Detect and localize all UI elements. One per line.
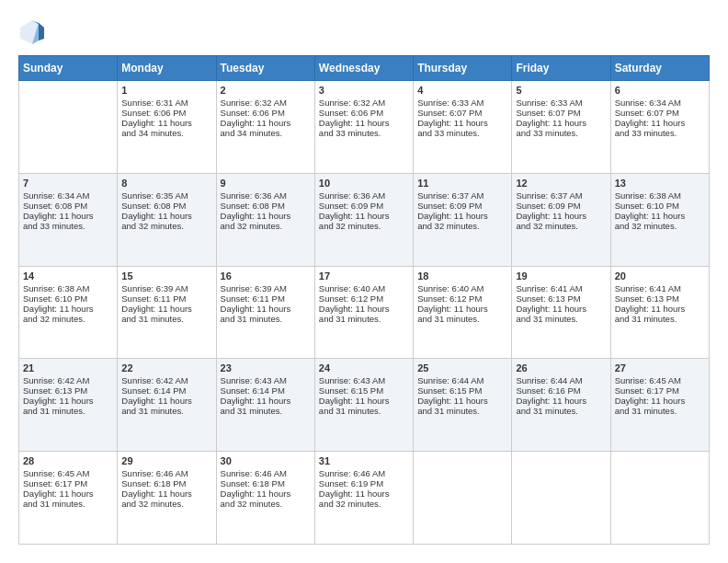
day-info-line: Daylight: 11 hours bbox=[319, 396, 409, 406]
day-info-line: Sunrise: 6:44 AM bbox=[516, 375, 606, 385]
day-info-line: Daylight: 11 hours bbox=[221, 396, 311, 406]
calendar-cell bbox=[610, 452, 709, 545]
day-info-line: Sunrise: 6:42 AM bbox=[121, 375, 211, 385]
calendar-cell: 17Sunrise: 6:40 AMSunset: 6:12 PMDayligh… bbox=[314, 266, 413, 359]
day-number: 2 bbox=[221, 85, 311, 96]
day-info-line: and 32 minutes. bbox=[319, 221, 409, 231]
day-info-line: Daylight: 11 hours bbox=[319, 304, 409, 314]
day-number: 27 bbox=[615, 362, 705, 373]
day-info-line: Daylight: 11 hours bbox=[221, 304, 311, 314]
day-info-line: Sunrise: 6:33 AM bbox=[516, 98, 606, 108]
day-number: 19 bbox=[516, 270, 606, 282]
calendar-cell: 26Sunrise: 6:44 AMSunset: 6:16 PMDayligh… bbox=[512, 359, 610, 452]
day-info-line: Daylight: 11 hours bbox=[121, 118, 211, 128]
day-number: 24 bbox=[319, 362, 409, 373]
day-info-line: Sunset: 6:13 PM bbox=[615, 293, 705, 304]
header bbox=[18, 18, 710, 46]
day-info-line: and 31 minutes. bbox=[121, 406, 211, 416]
day-number: 11 bbox=[417, 178, 507, 189]
day-info-line: Daylight: 11 hours bbox=[615, 211, 705, 221]
day-info-line: Sunrise: 6:43 AM bbox=[319, 375, 409, 385]
day-info-line: Daylight: 11 hours bbox=[417, 211, 507, 221]
day-info-line: Sunset: 6:06 PM bbox=[121, 108, 211, 118]
day-info-line: and 31 minutes. bbox=[516, 406, 606, 416]
day-number: 4 bbox=[417, 85, 507, 96]
calendar-cell: 25Sunrise: 6:44 AMSunset: 6:15 PMDayligh… bbox=[414, 359, 512, 452]
calendar-day-header: Tuesday bbox=[216, 56, 314, 81]
day-info-line: and 31 minutes. bbox=[319, 406, 409, 416]
calendar-header-row: SundayMondayTuesdayWednesdayThursdayFrid… bbox=[19, 56, 710, 81]
day-info-line: and 32 minutes. bbox=[516, 221, 606, 231]
day-info-line: Sunrise: 6:42 AM bbox=[23, 375, 113, 385]
day-info-line: Daylight: 11 hours bbox=[121, 211, 211, 221]
day-info-line: and 34 minutes. bbox=[121, 128, 211, 138]
calendar-week-row: 28Sunrise: 6:45 AMSunset: 6:17 PMDayligh… bbox=[19, 452, 710, 545]
day-info-line: Sunset: 6:08 PM bbox=[23, 201, 113, 211]
day-info-line: Sunset: 6:07 PM bbox=[417, 108, 507, 118]
day-info-line: Sunset: 6:17 PM bbox=[23, 478, 113, 488]
logo bbox=[18, 18, 48, 46]
day-number: 29 bbox=[121, 455, 211, 466]
day-info-line: and 32 minutes. bbox=[319, 499, 409, 509]
calendar-week-row: 7Sunrise: 6:34 AMSunset: 6:08 PMDaylight… bbox=[19, 173, 710, 266]
day-info-line: Sunset: 6:09 PM bbox=[319, 201, 409, 211]
day-number: 30 bbox=[221, 455, 311, 466]
day-info-line: and 33 minutes. bbox=[615, 128, 705, 138]
day-info-line: Sunrise: 6:43 AM bbox=[221, 375, 311, 385]
day-info-line: Sunset: 6:06 PM bbox=[319, 108, 409, 118]
day-info-line: and 31 minutes. bbox=[319, 314, 409, 324]
day-info-line: Sunrise: 6:40 AM bbox=[417, 283, 507, 293]
day-info-line: Sunrise: 6:37 AM bbox=[516, 190, 606, 201]
day-info-line: Sunrise: 6:39 AM bbox=[221, 283, 311, 293]
day-info-line: Sunrise: 6:33 AM bbox=[417, 98, 507, 108]
calendar-cell: 1Sunrise: 6:31 AMSunset: 6:06 PMDaylight… bbox=[118, 81, 216, 174]
day-info-line: Daylight: 11 hours bbox=[121, 488, 211, 499]
day-info-line: Sunrise: 6:41 AM bbox=[516, 283, 606, 293]
calendar-cell: 3Sunrise: 6:32 AMSunset: 6:06 PMDaylight… bbox=[314, 81, 413, 174]
day-number: 10 bbox=[319, 178, 409, 189]
day-info-line: and 31 minutes. bbox=[23, 499, 113, 509]
day-info-line: Daylight: 11 hours bbox=[221, 118, 311, 128]
day-number: 21 bbox=[23, 362, 113, 373]
calendar-cell: 12Sunrise: 6:37 AMSunset: 6:09 PMDayligh… bbox=[512, 173, 610, 266]
day-number: 17 bbox=[319, 270, 409, 282]
calendar-day-header: Sunday bbox=[19, 56, 118, 81]
day-number: 5 bbox=[516, 85, 606, 96]
day-number: 25 bbox=[417, 362, 507, 373]
day-number: 3 bbox=[319, 85, 409, 96]
svg-marker-3 bbox=[39, 23, 44, 40]
day-number: 6 bbox=[615, 85, 705, 96]
calendar-day-header: Wednesday bbox=[314, 56, 413, 81]
day-info-line: Sunrise: 6:46 AM bbox=[319, 468, 409, 478]
calendar-cell: 2Sunrise: 6:32 AMSunset: 6:06 PMDaylight… bbox=[216, 81, 314, 174]
day-info-line: Sunset: 6:14 PM bbox=[121, 385, 211, 396]
calendar-day-header: Thursday bbox=[414, 56, 512, 81]
day-info-line: Sunrise: 6:32 AM bbox=[221, 98, 311, 108]
calendar-cell: 5Sunrise: 6:33 AMSunset: 6:07 PMDaylight… bbox=[512, 81, 610, 174]
day-info-line: Sunset: 6:12 PM bbox=[417, 293, 507, 304]
day-info-line: Sunset: 6:15 PM bbox=[417, 385, 507, 396]
day-number: 7 bbox=[23, 178, 113, 189]
day-number: 18 bbox=[417, 270, 507, 282]
day-info-line: Sunset: 6:17 PM bbox=[615, 385, 705, 396]
day-number: 16 bbox=[221, 270, 311, 282]
calendar-cell: 31Sunrise: 6:46 AMSunset: 6:19 PMDayligh… bbox=[314, 452, 413, 545]
day-info-line: Daylight: 11 hours bbox=[516, 304, 606, 314]
day-info-line: Sunset: 6:12 PM bbox=[319, 293, 409, 304]
day-info-line: Daylight: 11 hours bbox=[615, 304, 705, 314]
day-info-line: Sunrise: 6:40 AM bbox=[319, 283, 409, 293]
day-number: 14 bbox=[23, 270, 113, 282]
day-info-line: and 31 minutes. bbox=[615, 314, 705, 324]
calendar-cell: 14Sunrise: 6:38 AMSunset: 6:10 PMDayligh… bbox=[19, 266, 118, 359]
day-info-line: Daylight: 11 hours bbox=[615, 118, 705, 128]
calendar-cell: 16Sunrise: 6:39 AMSunset: 6:11 PMDayligh… bbox=[216, 266, 314, 359]
calendar-day-header: Friday bbox=[512, 56, 610, 81]
calendar-cell bbox=[512, 452, 610, 545]
calendar-cell: 24Sunrise: 6:43 AMSunset: 6:15 PMDayligh… bbox=[314, 359, 413, 452]
day-info-line: Sunset: 6:14 PM bbox=[221, 385, 311, 396]
page: SundayMondayTuesdayWednesdayThursdayFrid… bbox=[0, 0, 728, 563]
calendar-cell: 29Sunrise: 6:46 AMSunset: 6:18 PMDayligh… bbox=[118, 452, 216, 545]
day-info-line: Sunrise: 6:46 AM bbox=[121, 468, 211, 478]
calendar-cell: 20Sunrise: 6:41 AMSunset: 6:13 PMDayligh… bbox=[610, 266, 709, 359]
day-info-line: and 31 minutes. bbox=[221, 314, 311, 324]
